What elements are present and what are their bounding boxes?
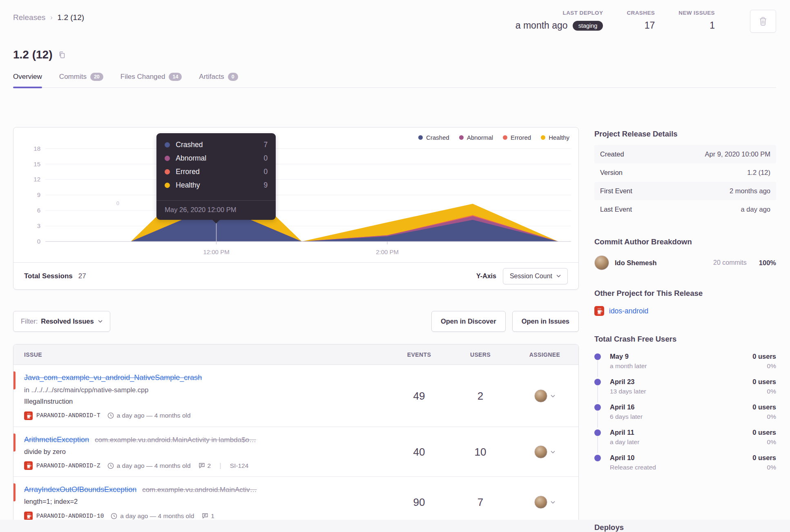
chart-plot-area[interactable]: 0 Crashed7Abnormal0Errored0Healthy9 May … xyxy=(45,136,571,242)
legend-label: Crashed xyxy=(426,134,449,141)
sessions-chart[interactable]: CrashedAbnormalErroredHealthy 0369121518… xyxy=(13,127,578,262)
issue-title-link[interactable]: Java_com_example_vu_android_NativeSample… xyxy=(24,373,202,382)
crash-free-users: 0 users xyxy=(752,378,776,386)
tab-commits-badge: 20 xyxy=(90,73,103,81)
chevron-down-icon[interactable] xyxy=(551,451,555,454)
issue-age: a day ago — 4 months old xyxy=(117,462,191,469)
java-coffee-icon xyxy=(594,306,604,316)
y-axis-select[interactable]: Session Count xyxy=(503,268,568,284)
detail-key: Version xyxy=(600,169,623,177)
issue-message: length=1; index=2 xyxy=(24,496,384,507)
header-stats: LAST DEPLOY a month ago staging CRASHES … xyxy=(516,10,776,33)
legend-item-healthy[interactable]: Healthy xyxy=(541,134,569,141)
chevron-down-icon[interactable] xyxy=(551,395,555,398)
issue-title-link[interactable]: ArithmeticException xyxy=(24,436,89,444)
divider: | xyxy=(219,462,221,470)
legend-label: Errored xyxy=(511,134,531,141)
crash-free-heading: Total Crash Free Users xyxy=(594,335,776,344)
stat-new-issues: NEW ISSUES 1 xyxy=(678,10,715,31)
legend-dot xyxy=(541,135,545,140)
project-slug[interactable]: PARANOID-ANDROID-10 xyxy=(36,513,104,519)
issue-short-id: SI-124 xyxy=(230,462,249,469)
filter-prefix-label: Filter: xyxy=(21,317,38,325)
issue-age: a day ago — 4 months old xyxy=(117,412,191,419)
tab-files-changed-label: Files Changed xyxy=(121,73,165,81)
list-item: April 110 users a day later0% xyxy=(594,429,776,446)
sessions-chart-panel: CrashedAbnormalErroredHealthy 0369121518… xyxy=(13,127,579,290)
column-header-users: USERS xyxy=(450,351,511,358)
issues-filter-select[interactable]: Filter: Resolved Issues xyxy=(13,311,110,332)
tooltip-row: Healthy9 xyxy=(165,181,268,190)
issue-events-count: 49 xyxy=(388,372,450,420)
copy-icon[interactable] xyxy=(58,51,66,58)
legend-item-crashed[interactable]: Crashed xyxy=(418,134,449,141)
y-axis-selected-value: Session Count xyxy=(510,273,552,280)
stat-last-deploy: LAST DEPLOY a month ago staging xyxy=(516,10,603,31)
chart-data-label: 0 xyxy=(116,200,119,206)
y-axis-tick-label: 0 xyxy=(19,238,40,245)
author-name: Ido Shemesh xyxy=(615,259,713,267)
legend-item-errored[interactable]: Errored xyxy=(503,134,531,141)
issues-table: ISSUE EVENTS USERS ASSIGNEE Java_com_exa… xyxy=(13,344,579,527)
tab-artifacts[interactable]: Artifacts 0 xyxy=(199,73,238,87)
other-project-link[interactable]: idos-android xyxy=(609,307,648,315)
release-details-table: Created Apr 9, 2020 10:00 PM Version 1.2… xyxy=(594,145,776,219)
x-axis-tick-label: 12:00 PM xyxy=(203,248,229,255)
page-title: 1.2 (12) xyxy=(13,48,53,61)
release-sidebar: Project Release Details Created Apr 9, 2… xyxy=(594,127,776,479)
breadcrumb-current: 1.2 (12) xyxy=(58,13,84,22)
assignee-avatar[interactable] xyxy=(534,389,547,402)
tab-commits[interactable]: Commits 20 xyxy=(59,73,103,87)
breadcrumb-releases-link[interactable]: Releases xyxy=(13,13,45,22)
issue-location: in ../../../../src/main/cpp/native-sampl… xyxy=(24,385,384,395)
open-in-issues-button[interactable]: Open in Issues xyxy=(512,311,579,332)
list-item: May 90 users a month later0% xyxy=(594,353,776,370)
tab-overview[interactable]: Overview xyxy=(13,73,42,87)
crash-free-pct: 0% xyxy=(767,388,776,395)
comment-count: 2 xyxy=(208,462,211,469)
author-percentage: 100% xyxy=(759,259,776,267)
tooltip-series-dot xyxy=(165,142,170,148)
crash-free-users: 0 users xyxy=(752,403,776,411)
issue-title-link[interactable]: ArrayIndexOutOfBoundsException xyxy=(24,485,136,494)
assignee-avatar[interactable] xyxy=(534,496,547,509)
chevron-down-icon[interactable] xyxy=(551,501,555,504)
detail-key: First Event xyxy=(600,187,632,195)
issue-level-indicator xyxy=(13,434,16,452)
stat-last-deploy-value: a month ago xyxy=(516,20,568,31)
tooltip-row: Crashed7 xyxy=(165,141,268,149)
timeline-dot xyxy=(594,379,601,385)
comment-count: 1 xyxy=(211,512,214,520)
java-coffee-icon xyxy=(24,512,33,520)
y-axis-tick-label: 6 xyxy=(19,207,40,214)
tooltip-series-dot xyxy=(165,156,170,161)
page-header: Releases › 1.2 (12) LAST DEPLOY a month … xyxy=(0,0,790,88)
breadcrumb-chevron-icon: › xyxy=(50,14,52,21)
chart-y-axis: 0369121518 xyxy=(19,136,40,242)
commit-author-row: Ido Shemesh 20 commits 100% xyxy=(594,255,776,270)
timeline-connector xyxy=(597,436,598,453)
crash-free-pct: 0% xyxy=(767,362,776,370)
crash-free-sub: 6 days later xyxy=(610,413,643,420)
detail-value: 1.2 (12) xyxy=(747,169,770,177)
issue-culprit: com.example.vu.android.MainActiv… xyxy=(142,486,257,494)
author-avatar xyxy=(594,255,609,270)
crash-free-sub: Release created xyxy=(610,464,656,471)
assignee-avatar[interactable] xyxy=(534,445,547,458)
project-slug[interactable]: PARANOID-ANDROID-Z xyxy=(36,463,100,469)
column-header-events: EVENTS xyxy=(388,351,450,358)
delete-release-button[interactable] xyxy=(750,10,776,33)
crash-free-pct: 0% xyxy=(767,413,776,420)
y-axis-tick-label: 3 xyxy=(19,222,40,229)
issue-message: divide by zero xyxy=(24,447,384,457)
issue-events-count: 90 xyxy=(388,484,450,520)
project-slug[interactable]: PARANOID-ANDROID-T xyxy=(36,412,100,419)
tab-files-changed-badge: 14 xyxy=(169,73,182,81)
open-in-discover-button[interactable]: Open in Discover xyxy=(431,311,506,332)
tab-files-changed[interactable]: Files Changed 14 xyxy=(121,73,182,87)
y-axis-tick-label: 18 xyxy=(19,145,40,152)
other-project-heading: Other Project for This Release xyxy=(594,289,776,298)
crash-free-users: 0 users xyxy=(752,353,776,360)
legend-item-abnormal[interactable]: Abnormal xyxy=(459,134,493,141)
detail-value: a day ago xyxy=(741,206,770,213)
